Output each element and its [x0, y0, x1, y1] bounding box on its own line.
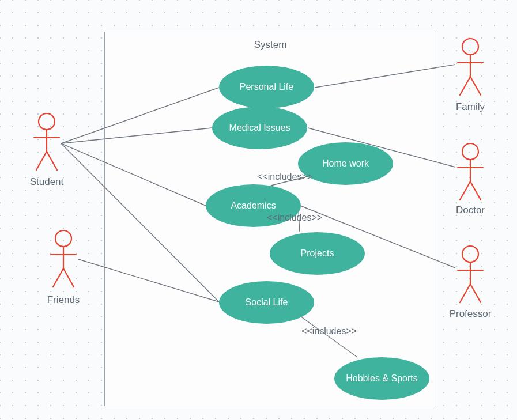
usecase-label: Personal Life — [240, 81, 293, 92]
includes-label: <<includes>> — [257, 172, 312, 182]
svg-point-16 — [55, 230, 71, 247]
usecase-label: Social Life — [246, 297, 288, 308]
actor-professor-icon — [455, 245, 485, 305]
svg-line-14 — [36, 152, 47, 170]
svg-line-25 — [470, 77, 481, 95]
includes-label: <<includes>> — [301, 326, 357, 336]
actor-doctor-label: Doctor — [441, 205, 499, 216]
svg-line-20 — [63, 268, 74, 287]
svg-point-11 — [39, 113, 55, 130]
svg-point-21 — [462, 39, 478, 55]
actor-doctor-icon — [455, 142, 485, 202]
actor-family-icon — [455, 37, 485, 97]
actor-friends-label: Friends — [35, 294, 92, 306]
includes-label: <<includes>> — [267, 213, 322, 223]
svg-line-30 — [470, 181, 481, 200]
svg-point-31 — [462, 246, 478, 262]
svg-line-15 — [47, 152, 57, 170]
svg-line-24 — [460, 77, 470, 95]
svg-line-29 — [460, 181, 470, 200]
svg-point-26 — [462, 143, 478, 160]
usecase-label: Projects — [301, 248, 334, 259]
usecase-label: Academics — [231, 200, 276, 211]
system-title: System — [105, 39, 436, 51]
actor-professor-label: Professor — [441, 308, 499, 320]
actor-family-label: Family — [441, 101, 499, 113]
usecase-label: Medical Issues — [229, 122, 290, 133]
usecase-social-life: Social Life — [219, 281, 314, 324]
usecase-hobbies-sports: Hobbies & Sports — [334, 357, 429, 400]
usecase-personal-life: Personal Life — [219, 66, 314, 108]
usecase-medical-issues: Medical Issues — [212, 107, 307, 149]
usecase-label: Hobbies & Sports — [346, 373, 418, 384]
actor-friends-icon — [48, 229, 78, 289]
actor-student-label: Student — [18, 176, 76, 188]
svg-line-34 — [460, 284, 470, 302]
actor-student-icon — [32, 112, 62, 172]
svg-line-19 — [53, 268, 63, 287]
svg-line-35 — [470, 284, 481, 302]
usecase-projects: Projects — [270, 232, 365, 275]
usecase-label: Home work — [322, 158, 369, 169]
